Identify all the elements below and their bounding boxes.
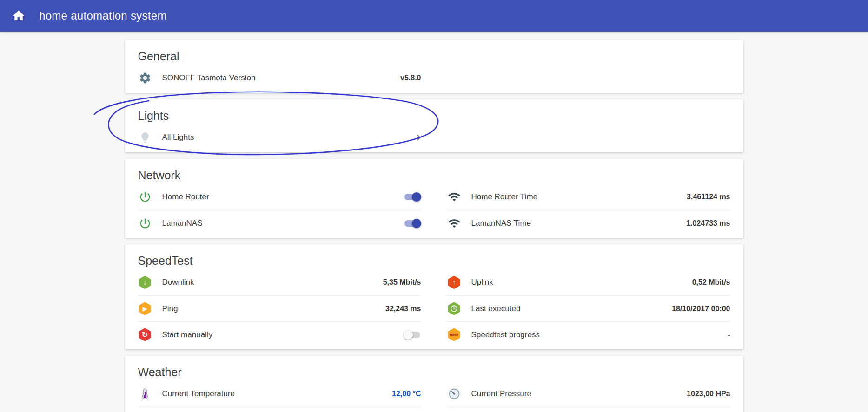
card-network: Network Home Router LamanNAS [125,159,743,238]
home-router-label: Home Router [162,192,209,202]
home-icon[interactable] [11,8,26,23]
start-manually-row: ↻ Start manually [138,321,421,347]
all-lights-row[interactable]: All Lights › [138,124,421,150]
ping-value: 32,243 ms [385,305,421,313]
last-executed-row: Last executed 18/10/2017 00:00 [447,295,730,321]
uplink-row: ↑ Uplink 0,52 Mbit/s [447,269,730,295]
lamannas-toggle[interactable] [404,218,421,229]
wifi-icon [447,217,461,230]
card-speedtest: SpeedTest ↓ Downlink 5,35 Mbit/s ▶ Ping … [125,244,743,349]
wifi-icon [447,190,461,203]
home-router-row: Home Router [138,184,421,210]
lamannas-label: LamanNAS [162,219,203,228]
home-router-time-label: Home Router Time [471,192,538,202]
card-network-title: Network [125,159,743,184]
card-speedtest-title: SpeedTest [125,244,743,269]
current-pressure-value: 1023,00 HPa [687,390,730,398]
last-executed-value: 18/10/2017 00:00 [672,305,730,313]
current-temperature-row: Current Temperature 12,00 °C [138,381,421,407]
speedtest-progress-value: - [728,331,730,339]
downlink-value: 5,35 Mbit/s [383,278,421,287]
start-manually-toggle[interactable] [404,330,421,340]
current-pressure-row: Current Pressure 1023,00 HPa [447,381,730,407]
current-temperature-value: 12,00 °C [392,390,421,398]
ping-hexagon-icon: ▶ [138,302,152,315]
speedtest-progress-row: NEW Speedtest progress - [447,321,730,347]
thermometer-icon [138,388,152,400]
home-router-time-row: Home Router Time 3.461124 ms [447,184,730,210]
speedtest-progress-label: Speedtest progress [471,330,540,340]
card-general-title: General [125,40,743,65]
current-pressure-label: Current Pressure [471,389,531,399]
new-hexagon-icon: NEW [447,328,461,341]
chevron-right-icon[interactable]: › [417,130,421,145]
power-icon [138,190,152,203]
clock-hexagon-icon [447,302,461,315]
app-header: home automation system [0,0,868,32]
uplink-hexagon-icon: ↑ [447,276,461,289]
start-manually-label: Start manually [162,330,213,340]
home-router-time-value: 3.461124 ms [687,193,730,201]
wind-speed-row: Wind Speed 0,60 m/s [447,407,730,412]
all-lights-label: All Lights [162,133,194,142]
dashboard: General SONOFF Tasmota Version v5.8.0 Li… [0,32,868,412]
downlink-label: Downlink [162,278,194,287]
lamannas-time-label: LamanNAS Time [471,219,531,228]
lamannas-time-row: LamanNAS Time 1.024733 ms [447,210,730,236]
gauge-icon [447,387,461,400]
tasmota-version-label: SONOFF Tasmota Version [162,73,256,83]
card-lights: Lights All Lights › [125,99,743,152]
card-weather: Weather Current Temperature 12,00 °C Cur… [125,356,743,412]
lightbulb-icon [138,131,152,144]
ping-label: Ping [162,304,178,314]
card-lights-title: Lights [125,99,743,124]
downlink-hexagon-icon: ↓ [138,276,152,289]
tasmota-version-value: v5.8.0 [400,74,421,82]
card-weather-title: Weather [125,356,743,381]
current-humidity-row: Current Humidity 73,00 % [138,407,421,412]
downlink-row: ↓ Downlink 5,35 Mbit/s [138,269,421,295]
current-temperature-label: Current Temperature [162,389,235,399]
last-executed-label: Last executed [471,304,521,314]
power-icon [138,217,152,230]
uplink-label: Uplink [471,278,493,287]
card-general: General SONOFF Tasmota Version v5.8.0 [125,40,743,93]
tasmota-version-row: SONOFF Tasmota Version v5.8.0 [138,65,421,91]
lamannas-time-value: 1.024733 ms [686,219,730,228]
gear-icon [138,72,152,85]
lamannas-row: LamanNAS [138,210,421,236]
app-title: home automation system [39,9,167,22]
uplink-value: 0,52 Mbit/s [692,278,730,287]
ping-row: ▶ Ping 32,243 ms [138,295,421,321]
home-router-toggle[interactable] [404,192,421,202]
restart-hexagon-icon: ↻ [138,328,152,341]
